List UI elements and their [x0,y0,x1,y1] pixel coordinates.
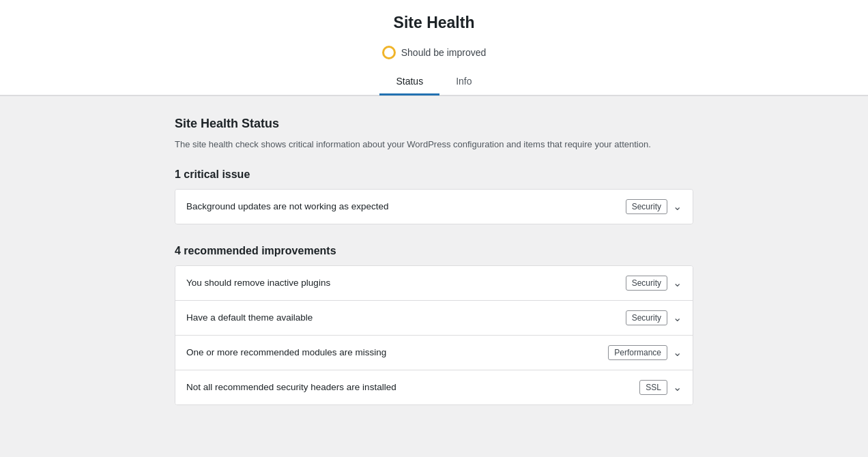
status-circle-icon [382,46,396,59]
section-title: Site Health Status [175,117,693,131]
table-row: Have a default theme available Security … [175,301,693,336]
issue-text: Background updates are not working as ex… [186,201,388,211]
chevron-down-icon[interactable]: ⌄ [673,311,682,324]
page-title: Site Health [0,14,868,32]
issue-right: Security ⌄ [626,310,682,325]
tag-badge-ssl: SSL [639,380,667,395]
tag-badge-security: Security [626,276,667,291]
table-row: Not all recommended security headers are… [175,370,693,404]
chevron-down-icon[interactable]: ⌄ [673,346,682,359]
issue-right: Security ⌄ [626,276,682,291]
critical-issues-list: Background updates are not working as ex… [175,189,693,224]
tabs-nav: Status Info [0,69,868,95]
issue-text: One or more recommended modules are miss… [186,347,386,357]
issue-right: Security ⌄ [626,199,682,214]
tag-badge-performance: Performance [608,345,667,360]
issue-right: Performance ⌄ [608,345,682,360]
status-label: Should be improved [401,47,487,58]
table-row: Background updates are not working as ex… [175,190,693,224]
tag-badge-security: Security [626,310,667,325]
issue-text: Not all recommended security headers are… [186,382,396,392]
issue-text: You should remove inactive plugins [186,278,330,288]
tag-badge-security: Security [626,199,667,214]
critical-issues-heading: 1 critical issue [175,168,693,181]
main-content: Site Health Status The site health check… [161,117,707,405]
tab-info[interactable]: Info [439,69,488,95]
chevron-down-icon[interactable]: ⌄ [673,276,682,289]
section-description: The site health check shows critical inf… [175,138,693,152]
tab-status[interactable]: Status [379,69,439,95]
chevron-down-icon[interactable]: ⌄ [673,381,682,394]
chevron-down-icon[interactable]: ⌄ [673,200,682,213]
recommended-issues-list: You should remove inactive plugins Secur… [175,265,693,405]
issue-text: Have a default theme available [186,312,313,323]
table-row: You should remove inactive plugins Secur… [175,266,693,301]
issue-right: SSL ⌄ [639,380,682,395]
recommended-issues-heading: 4 recommended improvements [175,245,693,257]
table-row: One or more recommended modules are miss… [175,336,693,370]
